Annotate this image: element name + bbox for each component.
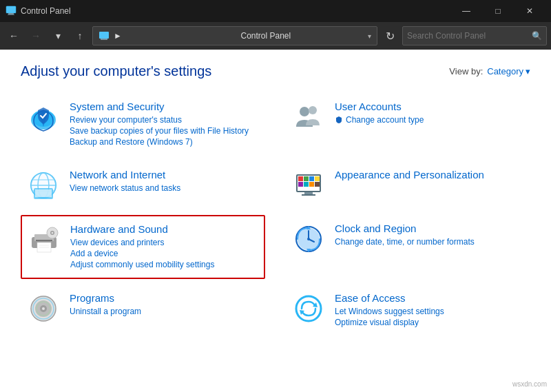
svg-rect-25 [309,182,314,187]
address-text: ► [114,31,237,41]
hardware-sound-text: Hardware and Sound View devices and prin… [70,223,258,271]
category-clock-region[interactable]: Clock and Region Change date, time, or n… [286,215,530,279]
system-security-text: System and Security Review your computer… [70,101,259,148]
svg-rect-20 [304,176,309,181]
programs-title[interactable]: Programs [70,292,259,304]
system-security-icon [27,101,60,134]
ease-of-access-text: Ease of Access Let Windows suggest setti… [335,292,524,329]
ease-of-access-icon [292,292,325,325]
category-appearance[interactable]: Appearance and Personalization [286,161,530,209]
network-internet-title[interactable]: Network and Internet [70,169,259,180]
svg-point-8 [309,106,317,114]
network-internet-icon [27,169,60,202]
search-input[interactable] [407,31,529,41]
view-by: View by: Category ▾ [449,66,530,76]
programs-text: Programs Uninstall a program [70,292,259,318]
hardware-sound-link-1[interactable]: View devices and printers [70,238,258,247]
svg-point-51 [296,296,321,321]
svg-rect-23 [298,182,303,187]
user-accounts-title[interactable]: User Accounts [335,101,524,112]
dropdown-button[interactable]: ▾ [48,26,67,45]
programs-link-1[interactable]: Uninstall a program [70,307,259,316]
category-network-internet[interactable]: Network and Internet View network status… [21,161,265,209]
hardware-sound-link-3[interactable]: Adjust commonly used mobility settings [70,260,258,269]
svg-rect-0 [6,6,16,13]
ease-of-access-title[interactable]: Ease of Access [335,292,524,304]
programs-icon [27,292,60,325]
appearance-icon [292,169,325,202]
user-accounts-text: User Accounts Change account type [335,101,524,126]
view-by-dropdown[interactable]: Category ▾ [487,66,530,76]
network-internet-text: Network and Internet View network status… [70,169,259,194]
svg-rect-27 [304,192,313,194]
back-button[interactable]: ← [4,26,23,45]
category-programs[interactable]: Programs Uninstall a program [21,285,265,336]
address-bar[interactable]: ► Control Panel ▾ [92,26,377,45]
minimize-button[interactable]: — [450,0,482,22]
user-accounts-link-1[interactable]: Change account type [335,115,524,125]
nav-bar: ← → ▾ ↑ ► Control Panel ▾ ↻ 🔍 [0,22,551,50]
clock-region-link-1[interactable]: Change date, time, or number formats [335,237,524,247]
ease-of-access-link-1[interactable]: Let Windows suggest settings [335,307,524,316]
clock-region-icon [292,223,325,256]
svg-rect-3 [99,32,109,39]
appearance-text: Appearance and Personalization [335,169,524,183]
hardware-sound-title[interactable]: Hardware and Sound [70,223,258,235]
hardware-sound-icon [28,223,61,256]
network-internet-link-1[interactable]: View network status and tasks [70,183,259,193]
search-icon[interactable]: 🔍 [532,31,542,41]
svg-rect-1 [8,13,14,14]
svg-point-42 [307,238,310,240]
main-content: Adjust your computer's settings View by:… [0,50,551,392]
page-header: Adjust your computer's settings View by:… [21,63,530,79]
clock-region-text: Clock and Region Change date, time, or n… [335,223,524,248]
up-button[interactable]: ↑ [70,26,90,45]
svg-rect-24 [304,182,309,187]
svg-point-37 [52,232,54,234]
category-user-accounts[interactable]: User Accounts Change account type [286,93,530,156]
forward-button[interactable]: → [26,26,45,45]
address-path: Control Panel [241,31,364,41]
svg-rect-19 [298,176,303,181]
svg-rect-2 [8,14,14,15]
address-bar-icon [98,30,110,41]
refresh-button[interactable]: ↻ [380,26,399,45]
appearance-title[interactable]: Appearance and Personalization [335,169,524,180]
svg-rect-28 [302,194,315,196]
view-by-label: View by: [449,66,483,76]
title-bar: Control Panel — □ ✕ [0,0,551,22]
svg-point-48 [42,307,45,310]
address-dropdown-arrow[interactable]: ▾ [368,32,371,40]
system-security-link-1[interactable]: Review your computer's status [70,115,259,125]
svg-rect-4 [101,39,107,40]
svg-rect-16 [35,189,52,197]
category-system-security[interactable]: System and Security Review your computer… [21,93,265,156]
search-bar[interactable]: 🔍 [402,26,547,45]
page-title: Adjust your computer's settings [21,63,211,79]
svg-rect-21 [309,176,314,181]
clock-region-title[interactable]: Clock and Region [335,223,524,234]
ease-of-access-link-2[interactable]: Optimize visual display [335,318,524,327]
close-button[interactable]: ✕ [514,0,545,22]
svg-point-7 [300,107,309,116]
system-security-link-3[interactable]: Backup and Restore (Windows 7) [70,137,259,147]
svg-rect-22 [315,176,320,181]
hardware-sound-link-2[interactable]: Add a device [70,249,258,258]
category-hardware-sound[interactable]: Hardware and Sound View devices and prin… [21,215,265,279]
maximize-button[interactable]: □ [482,0,514,22]
svg-rect-26 [315,182,320,187]
category-ease-of-access[interactable]: Ease of Access Let Windows suggest setti… [286,285,530,336]
title-bar-controls: — □ ✕ [450,0,545,22]
categories-grid: System and Security Review your computer… [21,93,530,336]
svg-rect-31 [36,240,52,241]
title-bar-title: Control Panel [21,6,450,16]
watermark: wsxdn.com [512,380,547,388]
system-security-link-2[interactable]: Save backup copies of your files with Fi… [70,126,259,136]
title-bar-icon [6,6,17,17]
user-accounts-icon [292,101,325,134]
system-security-title[interactable]: System and Security [70,101,259,112]
